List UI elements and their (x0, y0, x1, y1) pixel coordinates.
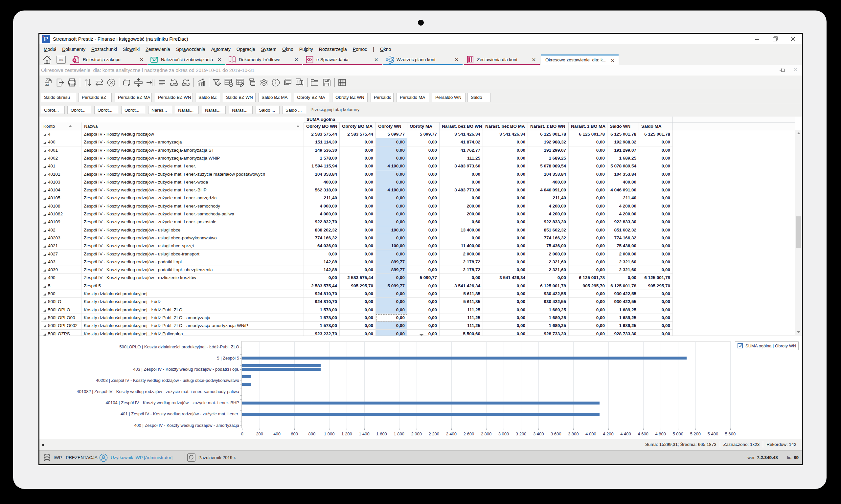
row-expander-icon[interactable] (43, 269, 46, 272)
row-expander-icon[interactable] (43, 229, 46, 232)
tab-scroll-button[interactable]: ◁▷ (56, 56, 66, 64)
chip-naras-[interactable]: Naras... (229, 106, 252, 114)
column-header-narast-z-bo-wn[interactable]: Narast. z BO WN (528, 123, 569, 130)
tab-close-icon[interactable]: ✕ (610, 58, 615, 64)
tab-e-sprawozdania[interactable]: e-Sprawozdania✕ (303, 54, 382, 65)
chip-obrot-[interactable]: Obrot... (121, 106, 145, 114)
menu-item-pulpity[interactable]: Pulpity (299, 47, 313, 52)
chip-obrot-[interactable]: Obrot... (94, 106, 118, 114)
table-row[interactable]: 402Zespół IV - Koszty według rodzajów - … (39, 226, 802, 234)
tab-dokumenty-r-d-owe[interactable]: Dokumenty źródłowe✕ (226, 54, 302, 65)
filter-edit-icon[interactable] (212, 77, 222, 88)
row-expander-icon[interactable] (43, 157, 46, 160)
close-button[interactable] (789, 35, 797, 43)
refresh-icon[interactable] (122, 77, 132, 88)
chip-obroty-bz-ma[interactable]: Obroty BZ MA (294, 93, 329, 102)
tab-wzorzec-planu-kont[interactable]: Wzorzec planu kont✕ (383, 54, 462, 65)
folder-icon[interactable] (310, 77, 320, 88)
row-expander-icon[interactable] (43, 181, 46, 184)
menu-item-dokumenty[interactable]: Dokumenty (62, 47, 85, 52)
table-row[interactable]: 403Zespół IV - Koszty według rodzajów - … (39, 258, 802, 266)
row-expander-icon[interactable] (43, 285, 46, 288)
pin-icon[interactable] (779, 67, 785, 73)
table-row[interactable]: 4001Zespół IV - Koszty według rodzajów -… (39, 146, 802, 154)
scroll-down-arrow[interactable] (797, 331, 800, 333)
table-row[interactable]: 40103Zespół IV - Koszty według rodzajów … (39, 178, 802, 186)
menu-item-zestawienia[interactable]: Zestawienia (145, 47, 170, 52)
row-expander-icon[interactable] (43, 253, 46, 256)
row-expander-icon[interactable] (43, 325, 46, 327)
table-row[interactable]: 40108Zespół IV - Koszty według rodzajów … (39, 202, 802, 210)
tab-close-icon[interactable]: ✕ (139, 57, 144, 62)
table-row[interactable]: 401Zespół IV - Koszty według rodzajów - … (39, 162, 802, 170)
restore-button[interactable] (771, 35, 779, 43)
chip-persaldo-ma[interactable]: Persaldo MA (397, 93, 429, 102)
chip-saldo-bz-ma[interactable]: Saldo BZ MA (258, 93, 291, 102)
column-header-narast-bez-bo-ma[interactable]: Narast. bez BO MA (483, 123, 528, 130)
table-row[interactable]: 490Zespół IV - Koszty według rodzajów - … (39, 274, 802, 282)
chart-bar[interactable] (242, 413, 599, 416)
grid-plus-icon[interactable] (223, 77, 233, 88)
table-row[interactable]: 500LOPLO00Koszty działalności produkcyjn… (39, 314, 802, 322)
tab-rejestracja-zakupu[interactable]: Rejestracja zakupu✕ (70, 54, 147, 65)
table-row[interactable]: 40109Zespół IV - Koszty według rodzajów … (39, 218, 802, 226)
row-expander-icon[interactable] (43, 165, 46, 168)
chip-obroty-bz-wn[interactable]: Obroty BZ WN (332, 93, 368, 102)
table-row[interactable]: 500LOPLOKoszty działalności produkcyjnej… (39, 306, 802, 314)
report-copy-icon[interactable] (294, 77, 304, 88)
tab-close-icon[interactable]: ✕ (217, 57, 222, 62)
book-prev-icon[interactable] (169, 77, 179, 88)
row-expander-icon[interactable] (43, 301, 46, 303)
column-header-nazwa[interactable]: Nazwa (82, 123, 304, 130)
row-expander-icon[interactable] (43, 133, 46, 136)
table-row[interactable]: 401082Zespół IV - Koszty według rodzajów… (39, 210, 802, 218)
menu-item-modu[interactable]: Moduł (44, 47, 56, 52)
column-header-obroty-ma[interactable]: Obroty MA (407, 123, 440, 130)
chart-icon[interactable] (196, 77, 206, 88)
table-row[interactable]: 40101Zespół IV - Koszty według rodzajów … (39, 170, 802, 178)
book-next-icon[interactable] (181, 77, 191, 88)
menu-item-rozrachunki[interactable]: Rozrachunki (91, 47, 117, 52)
row-expander-icon[interactable] (43, 261, 46, 264)
scrollbar-thumb[interactable] (796, 216, 801, 248)
scroll-up-arrow[interactable] (797, 132, 800, 134)
chip-persaldo-bz-ma[interactable]: Persaldo BZ MA (115, 93, 152, 102)
chip-persaldo-bz[interactable]: Persaldo BZ (78, 93, 112, 102)
gear-icon[interactable] (259, 77, 269, 88)
chip-saldo-[interactable]: Saldo ... (256, 106, 280, 114)
row-expander-icon[interactable] (43, 205, 46, 208)
table-row[interactable]: 40203Zespół IV - Koszty według rodzajów … (39, 234, 802, 242)
row-expander-icon[interactable] (43, 293, 46, 295)
tab-close-icon[interactable]: ✕ (373, 57, 379, 62)
sql-export-icon[interactable]: SQL (43, 77, 54, 88)
print-icon[interactable] (67, 77, 77, 88)
sub-close-icon[interactable]: ✕ (792, 67, 798, 73)
grid-dense-icon[interactable] (337, 77, 347, 88)
table-row[interactable]: 4002Zespół IV - Koszty według rodzajów -… (39, 154, 802, 162)
chart-bar[interactable] (242, 368, 321, 371)
menu-item-okno[interactable]: Okno (380, 47, 391, 52)
row-expander-icon[interactable] (43, 213, 46, 216)
table-row[interactable]: 500LOKoszty działalności produkcyjnej - … (39, 298, 802, 306)
tab-close-icon[interactable]: ✕ (454, 57, 459, 62)
column-header-obroty-bo-ma[interactable]: Obroty BO MA (340, 123, 376, 130)
row-expander-icon[interactable] (43, 277, 46, 280)
grid-edit-icon[interactable] (235, 77, 245, 88)
tab-zestawienia-dla-kont[interactable]: Zestawienia dla kont✕ (464, 54, 540, 65)
cancel-icon[interactable] (106, 77, 116, 88)
chart-bar[interactable] (242, 364, 321, 367)
table-row[interactable]: 4039Zespół IV - Koszty według rodzajów -… (39, 266, 802, 274)
column-header-saldo-ma[interactable]: Saldo MA (639, 123, 673, 130)
chart-bar[interactable] (242, 375, 251, 378)
transfer-icon[interactable] (94, 77, 104, 88)
menu-item-rozszerzenia[interactable]: Rozszerzenia (319, 47, 347, 52)
chip-saldo[interactable]: Saldo (468, 93, 490, 102)
row-expander-icon[interactable] (43, 149, 46, 152)
grid-vertical-scrollbar[interactable] (795, 130, 802, 335)
chip-saldo-bz-wn[interactable]: Saldo BZ WN (223, 93, 256, 102)
row-expander-icon[interactable] (43, 197, 46, 200)
tab-close-icon[interactable]: ✕ (294, 57, 299, 62)
lines-icon[interactable] (157, 77, 167, 88)
chip-naras-[interactable]: Naras... (202, 106, 226, 114)
table-row[interactable]: 40104Zespół IV - Koszty według rodzajów … (39, 186, 802, 194)
